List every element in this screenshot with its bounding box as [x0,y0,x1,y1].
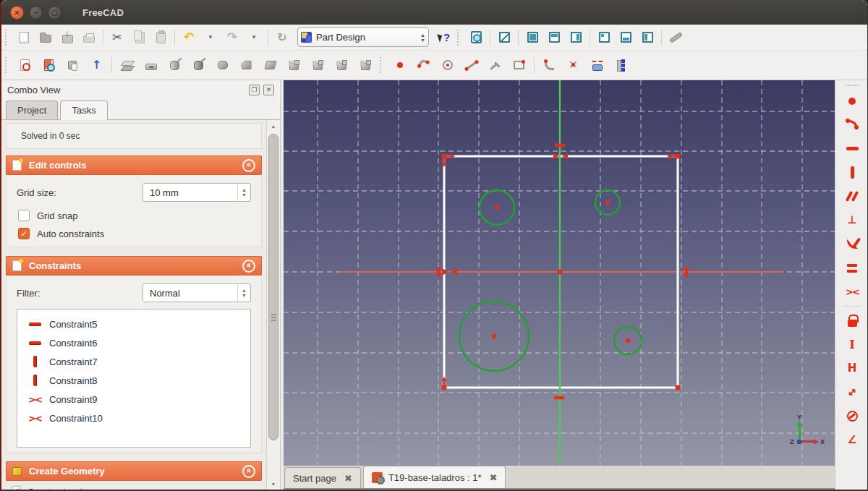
window-close-button[interactable]: ✕ [10,6,24,20]
view-left-button[interactable] [637,27,658,48]
constrain-horizontal-distance-button[interactable]: H [839,356,865,380]
create-line-button[interactable] [459,54,483,77]
sketch-point[interactable] [675,153,680,158]
cut-button[interactable]: ✂ [106,27,128,48]
constrain-radius-button[interactable] [839,404,865,428]
edit-controls-header[interactable]: Edit controls » [6,155,262,175]
workbench-spinner[interactable]: ▲▼ [420,30,425,44]
constrain-angle-button[interactable]: ∠ [839,428,865,452]
sketch-viewport[interactable]: Y X Z [284,80,835,466]
view-right-button[interactable] [565,27,587,48]
constraint-item[interactable]: Constraint5 [17,315,250,333]
linear-pattern-button[interactable] [306,54,330,77]
new-sketch-button[interactable] [13,54,37,77]
auto-constraints-checkbox[interactable] [18,228,30,239]
constraint-item[interactable]: ><Constraint10 [17,409,250,427]
constrain-distance-button[interactable]: ↔ [839,380,865,404]
undo-button[interactable]: ↶ [178,27,200,48]
trim-edge-button[interactable]: ✕ [561,54,585,77]
fillet-button[interactable] [210,54,234,77]
chamfer-button[interactable] [234,54,258,77]
print-button[interactable] [78,27,100,48]
view-front-button[interactable] [522,27,543,48]
constrain-lock-button[interactable] [839,309,865,333]
constrain-equal-button[interactable] [839,256,865,280]
polar-pattern-button[interactable] [330,54,354,77]
copy-button[interactable] [128,27,150,48]
sketch-point[interactable] [675,385,680,390]
filter-dropdown[interactable]: Normal ▲▼ [142,283,251,302]
constraint-item[interactable]: Constraint8 [17,371,250,390]
grid-snap-checkbox[interactable] [18,210,30,221]
constrain-tangent-button[interactable] [839,232,865,256]
create-rectangle-button[interactable] [507,54,531,77]
save-file-button[interactable] [56,27,78,48]
panel-scrollbar[interactable]: ▲ ▼ [266,120,280,490]
scroll-up-icon[interactable]: ▲ [268,121,279,132]
stepper-arrows-icon[interactable]: ▲▼ [237,284,250,302]
fit-all-button[interactable] [465,27,487,48]
constrain-perpendicular-button[interactable]: ⊥ [839,208,865,232]
constrain-horizontal-button[interactable] [839,137,865,161]
constraints-header[interactable]: Constraints » [6,256,262,276]
sketch-circle-center-point[interactable] [495,205,499,210]
revolution-button[interactable] [163,54,187,77]
constrain-vertical-distance-button[interactable]: I [839,333,865,356]
tab-tasks[interactable]: Tasks [60,101,107,120]
multitransform-button[interactable] [354,54,378,77]
whats-this-button[interactable]: ? [433,27,455,48]
create-sketch-item[interactable]: Create sketch [4,481,263,490]
view-top-button[interactable] [543,27,565,48]
constrain-vertical-button[interactable] [839,161,865,184]
pocket-button[interactable] [139,54,163,77]
tab-close-icon[interactable]: ✖ [344,473,352,484]
view-rear-button[interactable] [593,27,615,48]
scroll-down-icon[interactable]: ▼ [268,479,279,490]
map-sketch-button[interactable] [61,54,85,77]
construction-mode-button[interactable] [609,54,633,77]
constrain-point-on-object-button[interactable] [839,113,865,137]
refresh-button[interactable]: ↻ [271,27,293,48]
view-axonometric-button[interactable] [493,27,515,48]
collapse-icon[interactable]: » [242,465,255,478]
collapse-icon[interactable]: » [242,159,255,172]
sketch-point[interactable] [441,385,446,390]
sketch-circle-center-point[interactable] [492,334,496,338]
undo-more-button[interactable]: ▾ [200,27,221,48]
open-file-button[interactable] [35,27,56,48]
toolbar-grip[interactable] [5,30,9,46]
redo-button[interactable]: ↷ [221,27,243,48]
sketch-point[interactable] [441,153,446,158]
view-bottom-button[interactable] [615,27,637,48]
toolbar-grip[interactable] [380,57,384,73]
constrain-parallel-button[interactable] [839,184,865,208]
collapse-icon[interactable]: » [242,260,255,273]
panel-float-icon[interactable]: ❐ [249,85,260,95]
sketch-circle-center-point[interactable] [626,338,630,343]
create-circle-button[interactable] [435,54,459,77]
edit-sketch-button[interactable] [37,54,61,77]
constraint-item[interactable]: ><Constraint9 [17,390,250,409]
scrollbar-thumb[interactable] [268,134,278,440]
create-polyline-button[interactable] [483,54,507,77]
create-point-button[interactable] [388,54,412,77]
toolbar-grip[interactable] [846,85,859,86]
paste-button[interactable] [150,27,171,48]
mirrored-button[interactable] [282,54,306,77]
groove-button[interactable] [187,54,210,77]
redo-more-button[interactable]: ▾ [243,27,265,48]
constrain-coincident-button[interactable] [839,89,865,113]
panel-close-icon[interactable]: ✕ [263,85,274,95]
pad-button[interactable] [115,54,139,77]
sketch-fillet-button[interactable] [537,54,561,77]
draft-button[interactable] [258,54,282,77]
window-minimize-button[interactable]: – [29,6,43,20]
constraint-item[interactable]: Constraint6 [17,333,250,352]
new-file-button[interactable] [13,27,35,48]
sketch-circle-center-point[interactable] [605,200,610,205]
workbench-selector[interactable]: Part Design ▲▼ [297,27,429,47]
constrain-symmetric-button[interactable]: >< [839,280,865,304]
tab-close-icon[interactable]: ✖ [490,472,498,483]
document-tab[interactable]: Start page✖ [284,467,361,488]
create-arc-button[interactable] [412,54,435,77]
